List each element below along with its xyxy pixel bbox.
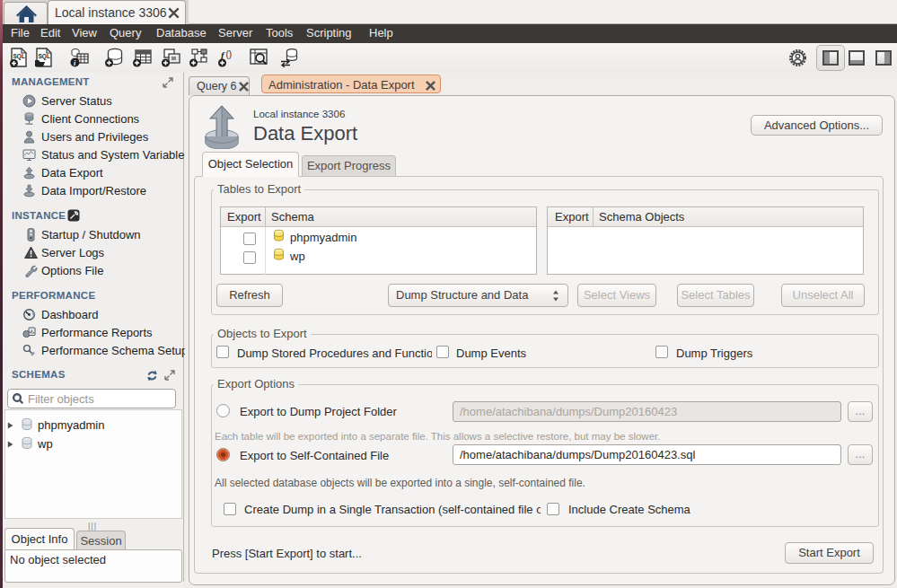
svg-text:SQL: SQL xyxy=(13,53,25,60)
svg-text:SQL: SQL xyxy=(39,53,50,60)
svg-text:f: f xyxy=(221,49,225,60)
svg-text:(): () xyxy=(226,49,233,59)
